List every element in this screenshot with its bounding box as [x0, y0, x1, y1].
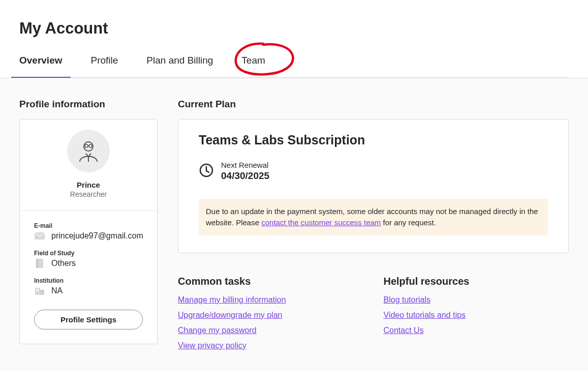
payment-notice: Due to an update in the payment system, …	[199, 199, 548, 235]
contact-customer-success-link[interactable]: contact the customer success team	[261, 218, 381, 227]
avatar-icon	[76, 138, 101, 164]
renewal-date: 04/30/2025	[221, 170, 269, 182]
link-manage-billing[interactable]: Manage my billing information	[178, 295, 286, 305]
profile-role: Researcher	[28, 190, 149, 198]
profile-section-title: Profile information	[19, 99, 158, 110]
link-change-password[interactable]: Change my password	[178, 326, 257, 335]
profile-settings-button[interactable]: Profile Settings	[34, 310, 143, 329]
svg-point-1	[85, 144, 88, 147]
link-upgrade-downgrade[interactable]: Upgrade/downgrade my plan	[178, 311, 282, 320]
svg-rect-10	[36, 289, 37, 290]
svg-point-2	[89, 144, 92, 147]
notice-text-post: for any request.	[381, 218, 436, 227]
common-tasks-title: Common tasks	[178, 276, 363, 287]
building-icon	[34, 286, 45, 295]
account-tabs: Overview Profile Plan and Billing Team	[19, 55, 569, 78]
avatar	[67, 130, 110, 172]
field-of-study-value: Others	[51, 259, 76, 268]
field-of-study-label: Field of Study	[34, 250, 143, 257]
institution-label: Institution	[34, 277, 143, 284]
link-contact-us[interactable]: Contact Us	[384, 326, 424, 335]
svg-rect-9	[40, 290, 44, 295]
profile-name: Prince	[28, 181, 149, 189]
helpful-resources-title: Helpful resources	[384, 276, 569, 287]
book-icon	[34, 259, 45, 268]
email-icon	[34, 231, 45, 241]
page-title: My Account	[19, 19, 569, 38]
tab-plan-and-billing[interactable]: Plan and Billing	[146, 55, 213, 77]
svg-rect-13	[38, 290, 39, 291]
link-video-tutorials[interactable]: Video tutorials and tips	[384, 311, 466, 320]
link-privacy-policy[interactable]: View privacy policy	[178, 341, 246, 350]
profile-card: Prince Researcher E-mail princejude97@gm…	[19, 119, 158, 344]
tab-team[interactable]: Team	[241, 55, 265, 77]
plan-name: Teams & Labs Subscription	[199, 133, 548, 147]
svg-rect-12	[36, 290, 37, 291]
svg-rect-5	[35, 232, 45, 239]
svg-rect-7	[36, 259, 38, 268]
link-blog-tutorials[interactable]: Blog tutorials	[384, 295, 431, 305]
current-plan-title: Current Plan	[178, 99, 569, 110]
tab-profile[interactable]: Profile	[91, 55, 118, 77]
plan-card: Teams & Labs Subscription Next Renewal 0…	[178, 119, 569, 253]
email-value: princejude97@gmail.com	[51, 231, 143, 241]
institution-value: NA	[51, 286, 63, 295]
svg-rect-11	[38, 289, 39, 290]
tab-overview[interactable]: Overview	[19, 55, 63, 77]
renewal-label: Next Renewal	[221, 161, 269, 169]
clock-icon	[199, 163, 214, 180]
email-label: E-mail	[34, 222, 143, 229]
